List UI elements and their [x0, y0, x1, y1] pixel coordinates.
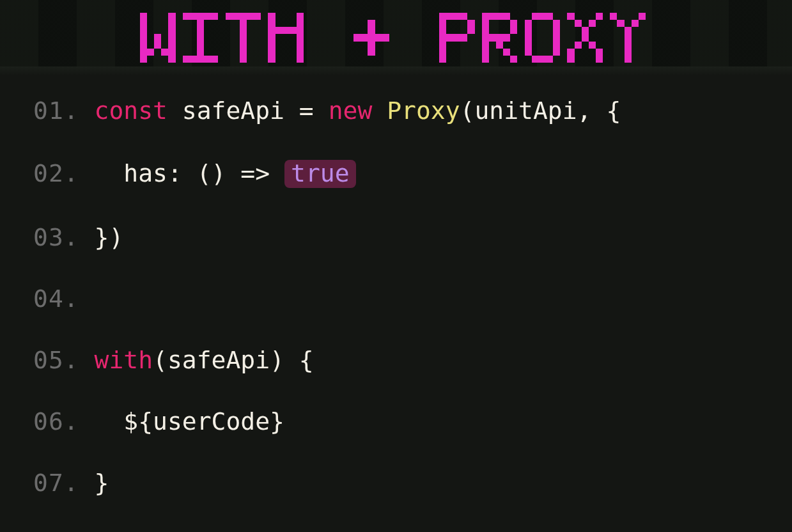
svg-rect-122 — [588, 20, 595, 27]
code-line: 06. ${userCode} — [33, 409, 792, 434]
svg-rect-92 — [510, 27, 517, 34]
code-token — [95, 409, 124, 434]
svg-rect-7 — [154, 34, 161, 41]
code-token — [95, 161, 124, 185]
svg-rect-52 — [297, 27, 304, 34]
svg-rect-31 — [204, 56, 211, 63]
line-number: 03. — [33, 225, 95, 249]
svg-rect-43 — [239, 56, 246, 63]
svg-rect-69 — [368, 49, 375, 56]
svg-rect-94 — [488, 34, 495, 41]
code-token: safeApi — [167, 348, 270, 372]
svg-rect-15 — [168, 49, 175, 56]
code-token: => — [240, 161, 270, 185]
title-bar: with + Proxy — [0, 0, 792, 75]
code-token: () — [197, 161, 226, 185]
svg-rect-55 — [268, 42, 275, 49]
svg-rect-41 — [239, 42, 246, 49]
svg-rect-113 — [553, 42, 560, 49]
line-number: 02. — [33, 161, 95, 185]
svg-rect-95 — [496, 34, 503, 41]
svg-rect-0 — [139, 13, 146, 20]
svg-rect-54 — [297, 34, 304, 41]
code-token: Proxy — [387, 98, 460, 123]
svg-rect-116 — [531, 56, 538, 63]
code-token: ( — [460, 98, 475, 123]
svg-rect-1 — [168, 13, 175, 20]
code-token — [284, 98, 299, 123]
svg-rect-70 — [439, 13, 446, 20]
svg-rect-91 — [481, 27, 488, 34]
svg-rect-135 — [624, 27, 631, 34]
svg-rect-105 — [546, 13, 553, 20]
svg-rect-35 — [239, 13, 246, 20]
svg-rect-14 — [161, 49, 168, 56]
svg-rect-57 — [268, 49, 275, 56]
svg-rect-23 — [197, 20, 204, 27]
svg-rect-109 — [553, 27, 560, 34]
svg-rect-18 — [182, 13, 189, 20]
svg-rect-89 — [481, 20, 488, 27]
svg-rect-129 — [567, 56, 574, 63]
svg-rect-20 — [197, 13, 204, 20]
code-token: = — [299, 98, 314, 123]
svg-rect-125 — [574, 42, 581, 49]
code-line: 01. const safeApi = new Proxy(unitApi, { — [33, 98, 792, 123]
svg-rect-78 — [439, 34, 446, 41]
svg-rect-107 — [553, 20, 560, 27]
svg-rect-106 — [524, 20, 531, 27]
svg-rect-81 — [460, 34, 467, 41]
svg-rect-126 — [588, 42, 595, 49]
svg-rect-108 — [524, 27, 531, 34]
svg-rect-58 — [297, 49, 304, 56]
slide: with + Proxy 01. const safeApi = new Pro… — [0, 0, 792, 532]
code-line: 04. — [33, 286, 792, 311]
svg-rect-47 — [297, 20, 304, 27]
svg-rect-33 — [225, 13, 232, 20]
svg-rect-32 — [211, 56, 218, 63]
code-token: safeApi — [182, 98, 284, 123]
code-token: userCode — [153, 409, 270, 434]
svg-rect-79 — [446, 34, 453, 41]
svg-rect-56 — [297, 42, 304, 49]
svg-rect-53 — [268, 34, 275, 41]
svg-rect-80 — [453, 34, 460, 41]
code-token: has — [123, 161, 167, 185]
code-token — [372, 98, 387, 123]
code-token: true — [284, 160, 356, 188]
svg-rect-59 — [268, 56, 275, 63]
svg-rect-110 — [524, 34, 531, 41]
svg-rect-102 — [510, 56, 517, 63]
code-token: , — [577, 98, 592, 123]
svg-rect-21 — [204, 13, 211, 20]
svg-rect-118 — [546, 56, 553, 63]
svg-rect-77 — [467, 27, 474, 34]
svg-rect-131 — [610, 13, 617, 20]
svg-rect-60 — [297, 56, 304, 63]
svg-rect-114 — [524, 49, 531, 56]
svg-rect-49 — [275, 27, 282, 34]
svg-rect-48 — [268, 27, 275, 34]
svg-rect-65 — [368, 34, 375, 41]
svg-rect-74 — [439, 20, 446, 27]
svg-rect-134 — [631, 20, 638, 27]
svg-rect-75 — [467, 20, 474, 27]
code-line: 02. has: () => true — [33, 160, 792, 188]
svg-rect-120 — [596, 13, 603, 20]
code-token: }) — [95, 225, 124, 249]
svg-rect-42 — [239, 49, 246, 56]
svg-rect-12 — [139, 49, 146, 56]
code-block: 01. const safeApi = new Proxy(unitApi, {… — [0, 75, 792, 532]
svg-rect-37 — [254, 13, 261, 20]
svg-rect-67 — [382, 34, 389, 41]
svg-rect-40 — [239, 34, 246, 41]
svg-rect-9 — [139, 42, 146, 49]
svg-rect-6 — [139, 34, 146, 41]
svg-rect-50 — [282, 27, 289, 34]
svg-rect-62 — [368, 27, 375, 34]
svg-rect-13 — [147, 49, 154, 56]
svg-rect-39 — [239, 27, 246, 34]
code-token: new — [329, 98, 373, 123]
line-number: 04. — [33, 286, 95, 311]
svg-rect-111 — [553, 34, 560, 41]
